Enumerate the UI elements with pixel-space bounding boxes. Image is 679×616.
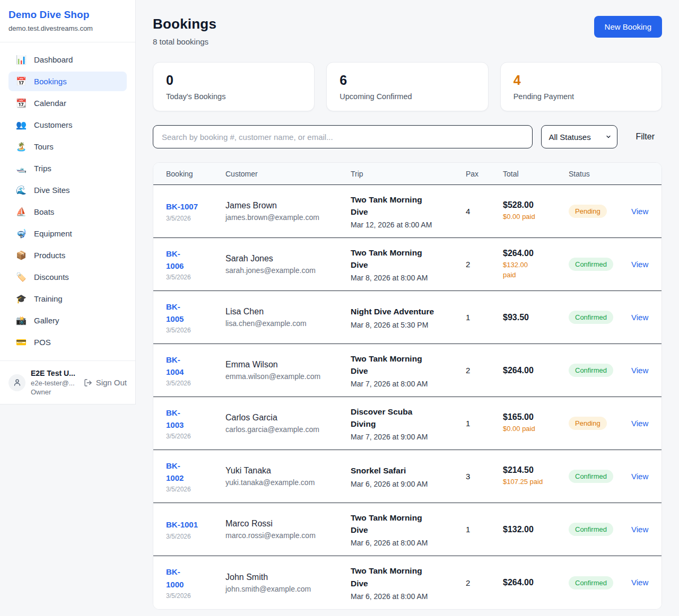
- sign-out-button[interactable]: Sign Out: [84, 378, 127, 387]
- sidebar-item-label: Dashboard: [34, 55, 73, 64]
- trip-name: Two Tank Morning Dive: [351, 512, 460, 536]
- view-link[interactable]: View: [631, 578, 648, 587]
- customer-name: Lisa Chen: [225, 307, 345, 316]
- booking-id-link[interactable]: BK-1007: [166, 200, 220, 213]
- person-icon: [13, 378, 22, 387]
- sidebar-item-label: Customers: [34, 120, 73, 129]
- booking-date: 3/5/2026: [166, 433, 220, 440]
- status-select[interactable]: All Statuses: [541, 125, 617, 148]
- sidebar-item-dive-sites[interactable]: 🌊 Dive Sites: [8, 180, 127, 200]
- stat-card-upcoming-confirmed: 6 Upcoming Confirmed: [326, 62, 488, 111]
- booking-id-link[interactable]: BK- 1003: [166, 407, 220, 432]
- sidebar-item-tours[interactable]: 🏝️ Tours: [8, 137, 127, 156]
- dashboard-icon: 📊: [16, 55, 27, 65]
- sidebar-item-products[interactable]: 📦 Products: [8, 245, 127, 265]
- booking-id-link[interactable]: BK- 1002: [166, 460, 220, 485]
- total-amount: $132.00: [503, 525, 563, 534]
- status-badge: Pending: [569, 205, 607, 218]
- total-amount: $214.50: [503, 465, 563, 475]
- paid-amount: $0.00 paid: [503, 424, 563, 434]
- boats-icon: ⛵: [16, 207, 27, 217]
- view-link[interactable]: View: [631, 366, 648, 375]
- trip-datetime: Mar 8, 2026 at 8:00 AM: [351, 274, 460, 282]
- sidebar-item-label: Boats: [34, 207, 54, 216]
- pax-count: 2: [466, 260, 503, 269]
- pax-count: 3: [466, 472, 503, 481]
- new-booking-button[interactable]: New Booking: [594, 16, 662, 38]
- booking-id-link[interactable]: BK- 1005: [166, 301, 220, 325]
- table-row: BK- 1000 3/5/2026 John Smith john.smith@…: [153, 556, 661, 609]
- user-email: e2e-tester@...: [31, 379, 79, 387]
- total-amount: $528.00: [503, 200, 563, 210]
- view-link[interactable]: View: [631, 419, 648, 428]
- status-badge: Confirmed: [569, 311, 613, 324]
- bookings-table: Booking Customer Trip Pax Total Status B…: [153, 162, 662, 610]
- sidebar-item-calendar[interactable]: 📆 Calendar: [8, 93, 127, 113]
- tours-icon: 🏝️: [16, 142, 27, 152]
- view-link[interactable]: View: [631, 260, 648, 269]
- booking-id-link[interactable]: BK- 1004: [166, 354, 220, 379]
- stat-value-2: 4: [513, 73, 649, 88]
- filter-button[interactable]: Filter: [636, 132, 655, 142]
- view-link[interactable]: View: [631, 313, 648, 322]
- sidebar-item-dashboard[interactable]: 📊 Dashboard: [8, 50, 127, 69]
- trip-datetime: Mar 7, 2026 at 9:00 AM: [351, 433, 460, 441]
- user-name: E2E Test U...: [31, 369, 79, 377]
- booking-date: 3/5/2026: [166, 327, 220, 334]
- trip-datetime: Mar 7, 2026 at 8:00 AM: [351, 380, 460, 388]
- customer-email: marco.rossi@example.com: [225, 531, 345, 540]
- sidebar-item-pos[interactable]: 💳 POS: [8, 332, 127, 352]
- stat-label: Upcoming Confirmed: [340, 92, 475, 101]
- stat-card-pending-payment: 4 Pending Payment: [500, 62, 662, 111]
- view-link[interactable]: View: [631, 472, 648, 481]
- page-subtitle: 8 total bookings: [153, 37, 216, 46]
- training-icon: 🎓: [16, 294, 27, 304]
- booking-id-link[interactable]: BK-1001: [166, 518, 220, 531]
- sidebar-item-boats[interactable]: ⛵ Boats: [8, 202, 127, 222]
- sidebar-user-section: E2E Test U... e2e-tester@... Owner Sign …: [0, 360, 135, 404]
- trip-name: Snorkel Safari: [351, 464, 460, 477]
- discounts-icon: 🏷️: [16, 272, 27, 282]
- stat-value-1: 6: [340, 73, 475, 88]
- pax-count: 4: [466, 207, 503, 216]
- stat-card-todays-bookings: 0 Today's Bookings: [153, 62, 315, 111]
- customer-name: John Smith: [225, 573, 345, 582]
- stat-value-0: 0: [166, 73, 301, 88]
- booking-date: 3/5/2026: [166, 274, 220, 281]
- calendar-icon: 📆: [16, 98, 27, 108]
- gallery-icon: 📸: [16, 315, 27, 325]
- customer-email: yuki.tanaka@example.com: [225, 478, 345, 487]
- view-link[interactable]: View: [631, 207, 648, 216]
- sidebar-item-training[interactable]: 🎓 Training: [8, 289, 127, 309]
- column-header-booking: Booking: [166, 170, 225, 178]
- booking-id-link[interactable]: BK- 1006: [166, 248, 220, 272]
- booking-id-link[interactable]: BK- 1000: [166, 566, 220, 591]
- pax-count: 2: [466, 578, 503, 587]
- sidebar-item-trips[interactable]: 🛥️ Trips: [8, 159, 127, 178]
- status-badge: Pending: [569, 417, 607, 430]
- customers-icon: 👥: [16, 120, 27, 130]
- column-header-customer: Customer: [225, 170, 351, 178]
- pax-count: 2: [466, 366, 503, 375]
- customer-name: Sarah Jones: [225, 254, 345, 263]
- products-icon: 📦: [16, 250, 27, 260]
- sidebar-item-gallery[interactable]: 📸 Gallery: [8, 311, 127, 330]
- status-badge: Confirmed: [569, 470, 613, 483]
- customer-email: john.smith@example.com: [225, 585, 345, 593]
- page-header: Bookings 8 total bookings New Booking: [153, 16, 662, 46]
- total-amount: $264.00: [503, 366, 563, 375]
- sidebar-header: Demo Dive Shop demo.test.divestreams.com: [0, 0, 135, 42]
- status-badge: Confirmed: [569, 364, 613, 377]
- customer-email: sarah.jones@example.com: [225, 266, 345, 275]
- sidebar-item-customers[interactable]: 👥 Customers: [8, 115, 127, 135]
- trip-name: Two Tank Morning Dive: [351, 565, 460, 589]
- search-input[interactable]: [153, 125, 533, 148]
- sidebar-item-discounts[interactable]: 🏷️ Discounts: [8, 267, 127, 287]
- sidebar-item-label: Calendar: [34, 99, 66, 108]
- booking-date: 3/5/2026: [166, 215, 220, 222]
- customer-email: lisa.chen@example.com: [225, 319, 345, 328]
- sidebar-item-bookings[interactable]: 📅 Bookings: [8, 72, 127, 91]
- sidebar-item-equipment[interactable]: 🤿 Equipment: [8, 224, 127, 243]
- booking-date: 3/5/2026: [166, 533, 220, 540]
- view-link[interactable]: View: [631, 525, 648, 534]
